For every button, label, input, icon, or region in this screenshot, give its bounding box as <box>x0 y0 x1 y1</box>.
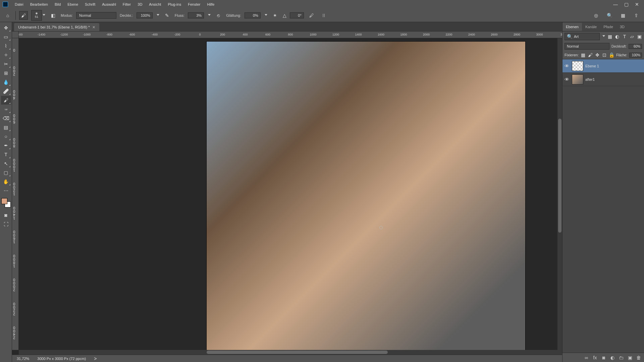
filter-smart-icon[interactable]: ▣ <box>637 34 642 39</box>
screenmode-icon[interactable]: ⛶ <box>1 221 11 228</box>
filter-type-icon[interactable]: T <box>622 34 627 39</box>
cloud-docs-icon[interactable]: ◎ <box>592 11 600 20</box>
filter-adjust-icon[interactable]: ◐ <box>614 34 620 39</box>
magic-wand-tool-icon[interactable]: ✧ <box>1 51 11 59</box>
vertical-ruler[interactable]: 0200400600800100012001400160018002000220… <box>12 38 19 350</box>
path-select-tool-icon[interactable]: ↖ <box>1 159 11 168</box>
clone-stamp-tool-icon[interactable]: ⎃ <box>1 105 11 114</box>
menu-3d[interactable]: 3D <box>134 1 146 8</box>
home-icon[interactable]: ⌂ <box>3 11 12 20</box>
lock-pixels-icon[interactable]: 🖌 <box>588 52 593 58</box>
document-dimensions[interactable]: 3000 Px x 3000 Px (72 ppcm) <box>37 357 86 361</box>
new-layer-icon[interactable]: ▣ <box>627 355 633 360</box>
menu-plugins[interactable]: Plug-ins <box>164 1 184 8</box>
opacity-input[interactable]: 100% <box>137 12 153 18</box>
tab-3d[interactable]: 3D <box>616 23 628 31</box>
tab-kanaele[interactable]: Kanäle <box>582 23 600 31</box>
layer-opacity-input[interactable]: 60% <box>629 44 642 49</box>
more-tools-icon[interactable]: ⋯ <box>1 186 11 195</box>
menu-auswahl[interactable]: Auswahl <box>99 1 119 8</box>
move-tool-icon[interactable]: ✥ <box>1 23 11 32</box>
pressure-size-icon[interactable]: 🖊 <box>307 11 316 20</box>
crop-tool-icon[interactable]: ✂ <box>1 60 11 68</box>
document-tab[interactable]: Unbenannt-1 bei 31,7% (Ebene 1, RGB/8) *… <box>14 23 99 31</box>
adjustment-layer-icon[interactable]: ◐ <box>610 355 615 360</box>
tab-ebenen[interactable]: Ebenen <box>562 23 582 31</box>
menu-bild[interactable]: Bild <box>51 1 64 8</box>
menu-hilfe[interactable]: Hilfe <box>204 1 218 8</box>
foreground-color-swatch[interactable] <box>1 198 7 204</box>
type-tool-icon[interactable]: T <box>1 150 11 159</box>
layer-style-icon[interactable]: fx <box>592 355 598 360</box>
brush-tool-icon[interactable]: 🖌 <box>1 96 11 105</box>
horizontal-ruler[interactable]: -1600-1400-1200-1000-800-600-400-2000200… <box>19 32 562 38</box>
menu-bearbeiten[interactable]: Bearbeiten <box>27 1 51 8</box>
status-menu-icon[interactable]: > <box>94 356 97 361</box>
layer-thumbnail[interactable] <box>572 74 583 84</box>
horizontal-scrollbar[interactable] <box>19 350 562 355</box>
lock-all-icon[interactable]: 🔒 <box>609 52 614 58</box>
layer-item[interactable]: 👁 Ebene 1 <box>562 59 644 73</box>
vertical-scrollbar[interactable] <box>557 38 562 350</box>
lock-artboard-icon[interactable]: ⊡ <box>602 52 607 58</box>
chevron-down-icon[interactable] <box>43 14 45 17</box>
layer-thumbnail[interactable] <box>572 61 583 71</box>
workspace-icon[interactable]: ▦ <box>619 11 627 20</box>
filter-shape-icon[interactable]: ▱ <box>629 34 635 39</box>
ruler-origin[interactable] <box>12 32 19 38</box>
marquee-tool-icon[interactable]: ▭ <box>1 33 11 41</box>
minimize-icon[interactable]: — <box>613 2 618 7</box>
fill-input[interactable]: 100% <box>629 53 642 58</box>
menu-ebene[interactable]: Ebene <box>64 1 82 8</box>
menu-fenster[interactable]: Fenster <box>184 1 204 8</box>
visibility-toggle-icon[interactable]: 👁 <box>564 63 570 69</box>
shape-tool-icon[interactable]: ▢ <box>1 168 11 177</box>
chevron-down-icon[interactable] <box>208 14 211 17</box>
tab-pfade[interactable]: Pfade <box>600 23 616 31</box>
menu-ansicht[interactable]: Ansicht <box>146 1 164 8</box>
delete-layer-icon[interactable]: 🗑 <box>636 355 641 360</box>
quickmask-icon[interactable]: ◙ <box>1 212 11 219</box>
brush-tool-icon[interactable]: 🖌 <box>19 11 28 20</box>
lock-position-icon[interactable]: ✥ <box>595 52 600 58</box>
angle-input[interactable]: 0° <box>290 12 304 18</box>
menu-filter[interactable]: Filter <box>119 1 134 8</box>
visibility-toggle-icon[interactable]: 👁 <box>564 76 570 82</box>
group-icon[interactable]: 🗀 <box>619 355 624 360</box>
flow-input[interactable]: 3% <box>188 12 204 18</box>
menu-schrift[interactable]: Schrift <box>82 1 99 8</box>
close-icon[interactable]: ✕ <box>635 2 639 7</box>
lasso-tool-icon[interactable]: ⌇ <box>1 42 11 50</box>
eraser-tool-icon[interactable]: ⌫ <box>1 114 11 123</box>
brush-settings-icon[interactable]: ◧ <box>49 11 57 20</box>
frame-tool-icon[interactable]: ⊞ <box>1 69 11 77</box>
chevron-down-icon[interactable] <box>265 14 267 17</box>
airbrush-icon[interactable]: ⎋ <box>214 11 223 20</box>
layer-mask-icon[interactable]: ◙ <box>601 355 606 360</box>
chevron-down-icon[interactable] <box>602 35 605 38</box>
healing-brush-tool-icon[interactable]: 🩹 <box>1 87 11 96</box>
zoom-level[interactable]: 31,72% <box>17 357 29 361</box>
smoothing-options-icon[interactable]: ✴ <box>271 11 279 20</box>
chevron-down-icon[interactable] <box>157 14 159 17</box>
layer-item[interactable]: 👁 after1 <box>562 73 644 86</box>
canvas[interactable] <box>19 38 562 350</box>
filter-image-icon[interactable]: ▦ <box>607 34 612 39</box>
menu-datei[interactable]: Datei <box>11 1 27 8</box>
symmetry-icon[interactable]: ⁝⁝ <box>319 11 328 20</box>
hand-tool-icon[interactable]: ✋ <box>1 177 11 186</box>
gradient-tool-icon[interactable]: ▤ <box>1 123 11 132</box>
search-icon[interactable]: 🔍 <box>605 11 614 20</box>
layer-blend-mode-select[interactable]: Normal <box>565 43 609 50</box>
lock-transparent-icon[interactable]: ▦ <box>581 52 586 58</box>
layer-name[interactable]: after1 <box>585 77 595 81</box>
tab-close-icon[interactable]: × <box>92 25 95 29</box>
dodge-tool-icon[interactable]: ○ <box>1 132 11 141</box>
maximize-icon[interactable]: ▢ <box>624 2 629 7</box>
layer-filter-select[interactable]: 🔍 Art <box>565 33 600 40</box>
eyedropper-tool-icon[interactable]: 💧 <box>1 78 11 86</box>
share-icon[interactable]: ⇪ <box>632 11 641 20</box>
color-swatches[interactable] <box>1 198 11 207</box>
pen-tool-icon[interactable]: ✒ <box>1 141 11 150</box>
layer-name[interactable]: Ebene 1 <box>585 64 599 68</box>
